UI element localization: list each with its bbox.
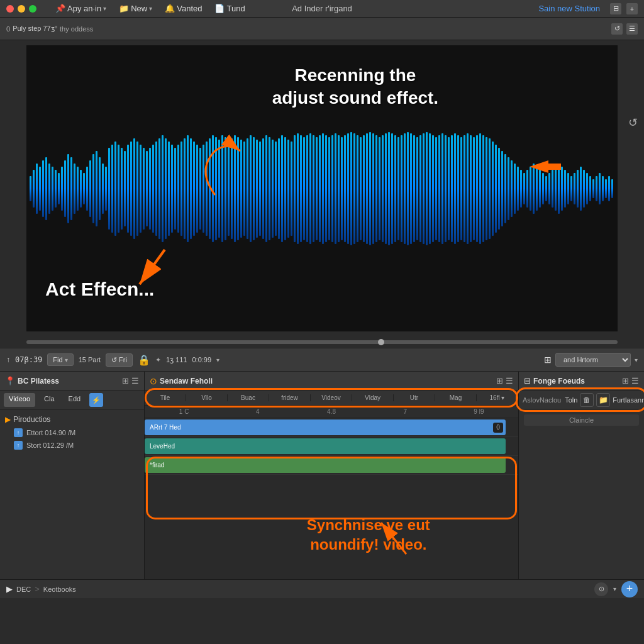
svg-rect-1 <box>33 170 35 208</box>
track-row-2[interactable]: *firad <box>145 456 518 475</box>
play-icon[interactable]: ▶ <box>6 584 13 594</box>
right-expand-icon[interactable]: ⊞ <box>622 376 629 386</box>
hrtorm-select[interactable]: and Hrtorm <box>555 353 631 367</box>
svg-rect-93 <box>322 133 324 244</box>
scrubber-thumb[interactable] <box>378 339 384 345</box>
maximize-button[interactable] <box>29 5 36 13</box>
minimize-button[interactable] <box>18 5 25 13</box>
panel-tab-icon[interactable]: ⚡ <box>89 393 103 407</box>
expand-btn[interactable]: + <box>626 3 638 14</box>
scrubber-track[interactable] <box>26 340 618 344</box>
left-panel-tabs: Videoo Cla Edd ⚡ <box>0 391 144 410</box>
refresh-btn[interactable]: ↺ Fri <box>106 353 133 367</box>
duration-chevron[interactable]: ▾ <box>216 357 219 364</box>
col-videov[interactable]: Videov <box>311 394 352 401</box>
menu-item-apy[interactable]: 📌 Apy an·in ▾ <box>50 3 111 14</box>
svg-rect-15 <box>77 167 79 211</box>
timeline-expand-icon[interactable]: ⊞ <box>496 376 503 386</box>
expand-icon[interactable]: ⊞ <box>122 376 129 386</box>
svg-rect-12 <box>67 154 69 223</box>
file-item-1[interactable]: ↑ Stort 012.29 /M <box>0 439 144 452</box>
svg-rect-107 <box>366 133 368 244</box>
close-button[interactable] <box>6 5 14 13</box>
toolbar-menu-btn[interactable]: ☰ <box>626 23 638 35</box>
svg-rect-168 <box>558 164 560 214</box>
left-panel-title: BC Pilatess <box>18 377 59 386</box>
svg-rect-159 <box>530 167 531 211</box>
svg-rect-41 <box>158 138 160 239</box>
status-right: ⊙ ▾ + <box>594 581 638 597</box>
svg-rect-38 <box>149 148 151 230</box>
svg-rect-24 <box>105 167 107 211</box>
tab-edd[interactable]: Edd <box>64 393 86 407</box>
hrtorm-chevron[interactable]: ▾ <box>635 357 638 364</box>
svg-rect-8 <box>55 170 57 208</box>
minimize-window-btn[interactable]: ⊟ <box>610 3 621 14</box>
sain-new-link[interactable]: Sain new Stution <box>533 3 605 14</box>
svg-rect-91 <box>316 137 318 240</box>
timeline-tracks: ARrt 7 Hed 0 LeveHed *firad <box>145 418 518 579</box>
folder-btn[interactable]: 📁 <box>596 393 610 407</box>
track-green-2[interactable]: *firad <box>145 457 506 473</box>
status-add-btn[interactable]: + <box>621 581 638 597</box>
col-vllo[interactable]: Vllo <box>186 394 228 401</box>
status-circle-btn[interactable]: ⊙ <box>594 582 608 596</box>
svg-rect-155 <box>517 167 519 211</box>
track-row-0[interactable]: ARrt 7 Hed 0 <box>145 418 518 437</box>
track-badge: 0 <box>493 423 503 433</box>
col-mag[interactable]: Mag <box>435 394 477 401</box>
right-item-claincle[interactable]: Claincle <box>524 414 639 426</box>
trash-btn[interactable]: 🗑 <box>580 393 594 407</box>
refresh-preview-btn[interactable]: ↺ <box>628 116 638 130</box>
col-buac[interactable]: Buac <box>228 394 269 401</box>
svg-rect-153 <box>511 160 513 217</box>
waveform-display: // Will be rendered as static bars via t… <box>26 132 618 245</box>
status-chevron[interactable]: ▾ <box>613 586 616 592</box>
folder-item-productions[interactable]: ▶ Piroductios <box>0 413 144 426</box>
right-panel-title: Fonge Foeuds <box>533 377 585 386</box>
menu-item-new[interactable]: 📁 New ▾ <box>114 3 157 14</box>
svg-rect-111 <box>379 137 380 240</box>
svg-rect-56 <box>206 142 208 236</box>
svg-rect-112 <box>382 135 384 242</box>
toolbar-refresh-btn[interactable]: ↺ <box>611 23 623 35</box>
svg-rect-115 <box>391 133 393 244</box>
svg-rect-175 <box>580 167 582 211</box>
svg-rect-54 <box>199 148 201 230</box>
svg-rect-185 <box>611 179 613 198</box>
track-teal-1[interactable]: LeveHed <box>145 438 506 454</box>
track-row-1[interactable]: LeveHed <box>145 437 518 456</box>
col-tile[interactable]: Tile <box>145 394 186 401</box>
menu-icon[interactable]: ☰ <box>131 376 139 386</box>
svg-rect-31 <box>127 145 129 233</box>
file-name-0: Ettort 014.90 /M <box>26 429 75 436</box>
svg-rect-49 <box>184 138 186 239</box>
col-vlday[interactable]: Vlday <box>352 394 394 401</box>
timeline-menu-icon[interactable]: ☰ <box>506 376 513 386</box>
menu-item-vanted[interactable]: 🔔 Vanted <box>160 3 207 14</box>
fid-button[interactable]: Fid ▾ <box>47 353 73 366</box>
bell-icon: 🔔 <box>165 4 175 13</box>
svg-rect-83 <box>291 142 292 236</box>
svg-rect-77 <box>272 140 274 238</box>
svg-rect-0 <box>30 176 31 201</box>
svg-rect-109 <box>372 133 374 244</box>
toolbar: 0 Puly step 77ʒ° thy oddess ↺ ☰ <box>0 18 644 40</box>
sync-annotation-text: Synchnise ve eut noundify! video. <box>307 515 430 554</box>
svg-rect-11 <box>64 160 66 217</box>
track-blue-0[interactable]: ARrt 7 Hed 0 <box>145 419 506 435</box>
tab-videoo[interactable]: Videoo <box>4 393 35 407</box>
menu-item-tund[interactable]: 📄 Tund <box>209 3 250 14</box>
tab-cla[interactable]: Cla <box>39 393 60 407</box>
col-utr[interactable]: Utr <box>394 394 435 401</box>
right-menu-icon[interactable]: ☰ <box>631 376 639 386</box>
col-fridew[interactable]: fridew <box>269 394 311 401</box>
transport-bar: ↑ 07β:39 Fid ▾ 15 Part ↺ Fri 🔒 ✦ 1ʒ 111 … <box>0 348 644 372</box>
video-preview[interactable]: // Will be rendered as static bars via t… <box>26 45 618 331</box>
svg-rect-103 <box>353 133 355 244</box>
col-16fl[interactable]: 16fl ▾ <box>477 394 518 401</box>
svg-rect-158 <box>526 170 528 208</box>
svg-rect-75 <box>265 135 267 242</box>
file-item-0[interactable]: ↑ Ettort 014.90 /M <box>0 426 144 439</box>
svg-rect-150 <box>501 151 503 226</box>
